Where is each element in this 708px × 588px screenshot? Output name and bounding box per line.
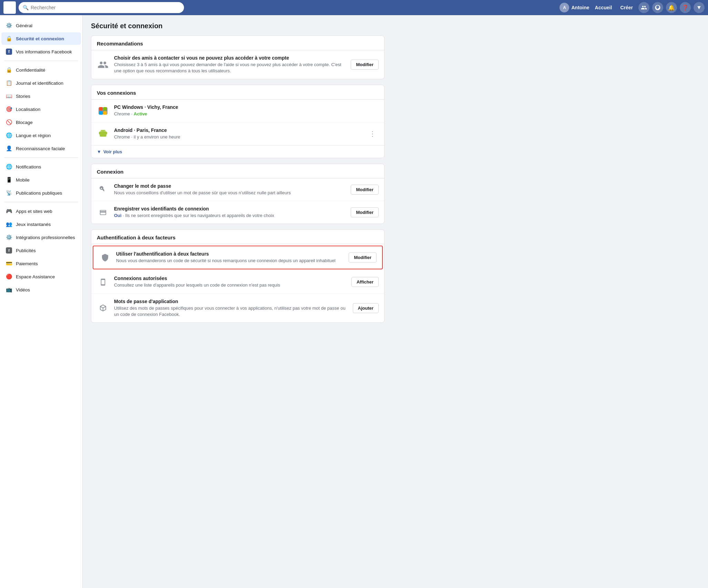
row-subtitle-android: Chrome · il y a environ une heure (114, 134, 361, 140)
sidebar-item-paiements[interactable]: 💳 Paiements (1, 257, 81, 270)
help-icon-btn[interactable]: ❓ (680, 2, 691, 13)
row-subtitle-enregistrer-identifiants: Oui · Ils ne seront enregistrés que sur … (114, 213, 346, 219)
svg-rect-0 (100, 132, 106, 137)
navbar-user[interactable]: A Antoine (560, 3, 589, 12)
key-icon (97, 183, 109, 196)
sidebar-item-espace[interactable]: 🔴 Espace Assistance (1, 270, 81, 283)
ajouter-button[interactable]: Ajouter (353, 303, 379, 313)
row-content-pc-windows: PC Windows · Vichy, France Chrome · Acti… (114, 104, 379, 117)
row-title-changer-mdp: Changer le mot de passe (114, 183, 346, 189)
notifications-icon: 🌐 (6, 163, 12, 170)
modifier-button-identifiants[interactable]: Modifier (351, 207, 379, 217)
sidebar-item-vos-infos[interactable]: f Vos informations Facebook (1, 45, 81, 58)
voir-plus-label: Voir plus (103, 149, 122, 154)
row-subtitle-mdp-application: Utilisez des mots de passes spécifiques … (114, 305, 348, 318)
afficher-button[interactable]: Afficher (351, 277, 379, 287)
sidebar-item-notifications[interactable]: 🌐 Notifications (1, 161, 81, 173)
row-content-enregistrer-identifiants: Enregistrer vos identifiants de connexio… (114, 206, 346, 219)
sidebar-label-confidentialite: Confidentialité (16, 68, 45, 73)
modifier-button-amis[interactable]: Modifier (351, 60, 379, 70)
navbar-right: A Antoine Accueil Créer 🔔 ❓ ▼ (560, 2, 705, 13)
row-content-mdp-application: Mots de passe d'application Utilisez des… (114, 299, 348, 318)
friends-icon-btn[interactable] (638, 2, 649, 13)
sidebar-item-integrations[interactable]: ⚙️ Intégrations professionnelles (1, 231, 81, 244)
sidebar-label-reconnaissance: Reconnaissance faciale (16, 146, 65, 151)
svg-point-2 (102, 131, 102, 131)
sidebar-item-confidentialite[interactable]: 🔒 Confidentialité (1, 64, 81, 76)
messenger-icon-btn[interactable] (652, 2, 663, 13)
sidebar-label-integrations: Intégrations professionnelles (16, 235, 75, 240)
row-title-android: Android · Paris, France (114, 127, 361, 133)
notifications-icon-btn[interactable]: 🔔 (666, 2, 677, 13)
three-dots-button[interactable]: ⋮ (366, 128, 379, 139)
svg-point-3 (104, 131, 104, 131)
sidebar-item-apps[interactable]: 🎮 Apps et sites web (1, 205, 81, 217)
section-vos-connexions: Vos connexions (91, 85, 384, 158)
svg-rect-5 (106, 132, 107, 135)
row-subtitle-pc-windows: Chrome · Active (114, 111, 379, 117)
user-name: Antoine (571, 5, 589, 10)
facebook-logo (3, 1, 16, 14)
sidebar-item-localisation[interactable]: 🎯 Localisation (1, 103, 81, 115)
sidebar-label-langue: Langue et région (16, 133, 51, 138)
sidebar-item-mobile[interactable]: 📱 Mobile (1, 174, 81, 186)
sidebar-item-videos[interactable]: 📺 Vidéos (1, 283, 81, 296)
paiements-icon: 💳 (6, 260, 12, 267)
row-content-amis-contact: Choisir des amis à contacter si vous ne … (114, 55, 346, 74)
creer-link[interactable]: Créer (617, 5, 636, 10)
integrations-icon: ⚙️ (6, 234, 12, 241)
apps-icon: 🎮 (6, 208, 12, 215)
sidebar-label-jeux: Jeux instantanés (16, 222, 51, 227)
sidebar-label-videos: Vidéos (16, 287, 30, 292)
accueil-link[interactable]: Accueil (592, 5, 615, 10)
avatar: A (560, 3, 569, 12)
chevron-down-icon: ▼ (97, 149, 101, 154)
row-title-pc-windows: PC Windows · Vichy, France (114, 104, 379, 110)
voir-plus[interactable]: ▼ Voir plus (91, 145, 384, 158)
row-action-enregistrer-identifiants: Modifier (351, 207, 379, 217)
svg-rect-1 (101, 130, 105, 132)
app-layout: ⚙️ Général 🔒 Sécurité et connexion f Vos… (0, 15, 708, 588)
sidebar-label-apps: Apps et sites web (16, 209, 52, 214)
vos-infos-icon: f (6, 48, 12, 55)
modifier-button-auth[interactable]: Modifier (349, 252, 377, 262)
search-input[interactable] (31, 5, 180, 10)
sidebar-label-paiements: Paiements (16, 261, 38, 266)
section-deux-facteurs: Authentification à deux facteurs Utilise… (91, 229, 384, 323)
section-header-recommandations: Recommandations (91, 36, 384, 50)
windows-icon (97, 105, 109, 117)
shield-icon (99, 251, 111, 264)
sidebar-item-publicites[interactable]: f Publicités (1, 244, 81, 257)
stories-icon: 📖 (6, 93, 12, 100)
sidebar-item-journal[interactable]: 📋 Journal et identification (1, 77, 81, 89)
sidebar-item-reconnaissance[interactable]: 👤 Reconnaissance faciale (1, 142, 81, 155)
search-icon: 🔍 (23, 5, 29, 10)
sidebar-item-stories[interactable]: 📖 Stories (1, 90, 81, 102)
main-content: Sécurité et connexion Recommandations Ch… (83, 15, 393, 588)
navbar: 🔍 A Antoine Accueil Créer 🔔 ❓ ▼ (0, 0, 708, 15)
sidebar-item-securite[interactable]: 🔒 Sécurité et connexion (1, 32, 81, 45)
row-pc-windows: PC Windows · Vichy, France Chrome · Acti… (91, 100, 384, 122)
android-icon-container (97, 127, 109, 140)
search-bar[interactable]: 🔍 (19, 2, 184, 13)
more-icon-btn[interactable]: ▼ (694, 2, 705, 13)
sidebar-label-localisation: Localisation (16, 107, 40, 112)
langue-icon: 🌐 (6, 132, 12, 139)
sidebar-item-blocage[interactable]: 🚫 Blocage (1, 116, 81, 128)
modifier-button-mdp[interactable]: Modifier (351, 185, 379, 195)
sidebar-item-langue[interactable]: 🌐 Langue et région (1, 129, 81, 142)
row-title-mdp-application: Mots de passe d'application (114, 299, 348, 304)
sidebar-label-journal: Journal et identification (16, 81, 63, 86)
card-icon (97, 206, 109, 219)
row-subtitle-utiliser-auth: Nous vous demanderons un code de sécurit… (116, 258, 344, 264)
sidebar: ⚙️ Général 🔒 Sécurité et connexion f Vos… (0, 15, 83, 588)
sidebar-item-jeux[interactable]: 👥 Jeux instantanés (1, 218, 81, 230)
sidebar-item-general[interactable]: ⚙️ Général (1, 19, 81, 32)
row-action-mdp-application: Ajouter (353, 303, 379, 313)
general-icon: ⚙️ (6, 22, 12, 29)
sidebar-item-publications[interactable]: 📡 Publications publiques (1, 187, 81, 199)
sidebar-label-mobile: Mobile (16, 177, 30, 183)
videos-icon: 📺 (6, 286, 12, 293)
row-content-connexions-autorisees: Connexions autorisées Consultez une list… (114, 276, 347, 288)
row-subtitle-amis-contact: Choisissez 3 à 5 amis à qui vous pouvez … (114, 62, 346, 74)
